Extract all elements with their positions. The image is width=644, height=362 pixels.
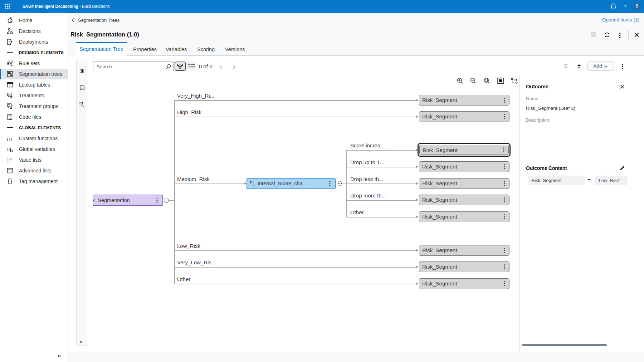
svg-text:x: x	[82, 104, 84, 108]
svg-text:x: x	[253, 183, 255, 186]
svg-text:[ ]: [ ]	[9, 138, 12, 141]
